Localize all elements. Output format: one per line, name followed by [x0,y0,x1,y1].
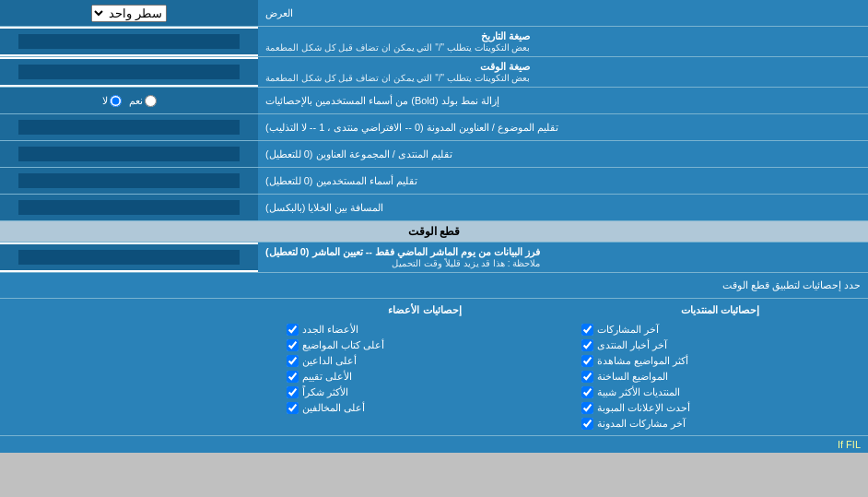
col2-checkbox-0[interactable] [287,324,299,336]
time-format-title: صيغة الوقت [265,61,530,73]
checkbox-item-7: آخر مشاركات المدونة [581,418,859,430]
time-format-input[interactable]: H:i [18,65,240,79]
bold-radio-yes[interactable] [145,95,157,107]
bold-title: إزالة نمط بولد (Bold) من أسماء المستخدمي… [265,95,499,107]
col1-item-1-label: آخر أخبار المنتدى [597,339,667,351]
member-checkbox-item-5: الأكثر شكراً [287,386,564,398]
forum-trim-input[interactable]: 33 [18,147,240,161]
col2-item-2-label: أعلى الداعين [302,355,357,367]
col1-checkbox-6[interactable] [581,418,593,430]
cell-spacing-label: المسافة بين الخلايا (بالبكسل) [258,195,868,220]
cutoff-label: فرز البيانات من يوم الماشر الماضي فقط --… [258,243,868,272]
forum-trim-input-wrap: 33 [0,141,258,167]
cutoff-main-label: فرز البيانات من يوم الماشر الماضي فقط --… [265,246,540,258]
col1-header-text: إحصائيات المنتديات [681,304,759,315]
checkbox-item-2: آخر أخبار المنتدى [581,339,859,351]
time-format-input-wrap: H:i [0,59,258,85]
cutoff-title: قطع الوقت [408,225,460,238]
username-trim-title: تقليم أسماء المستخدمين (0 للتعطيل) [265,175,417,187]
cell-spacing-title: المسافة بين الخلايا (بالبكسل) [265,202,384,214]
bold-radio-no[interactable] [110,95,122,107]
col1-item-2-label: أكثر المواضيع مشاهدة [597,355,688,367]
checkbox-item-5: المنتديات الأكثر شبية [581,386,859,398]
col1-item-6-label: آخر مشاركات المدونة [597,418,686,430]
date-format-input-wrap: d-m [0,29,258,54]
cell-spacing-input-wrap: 2 [0,195,258,220]
bold-yes-text: نعم [129,95,143,107]
limit-row: حدد إحصائيات لتطبيق قطع الوقت [0,273,868,299]
col2-header-text: إحصائيات الأعضاء [388,304,461,315]
col1-checkbox-1[interactable] [581,339,593,351]
bold-no-text: لا [102,95,108,107]
col1-item-3-label: المواضيع الساخنة [597,371,668,383]
col2-item-5-label: أعلى المخالفين [302,402,365,414]
col1-checkbox-0[interactable] [581,324,593,336]
col2-item-1-label: أعلى كتاب المواضيع [302,339,384,351]
member-stats-header: إحصائيات الأعضاء [287,304,564,316]
cell-spacing-input[interactable]: 2 [18,200,240,215]
limit-label-text: حدد إحصائيات لتطبيق قطع الوقت [722,279,861,290]
col2-checkbox-1[interactable] [287,339,299,351]
topic-trim-input-wrap: 33 [0,114,258,140]
time-format-label: صيغة الوقت بعض التكوينات يتطلب "/" التي … [258,57,868,87]
checkbox-item-1: آخر المشاركات [581,324,859,336]
bold-radio-wrap: نعم لا [0,88,258,113]
col2-item-3-label: الأعلى تقييم [302,371,352,383]
bold-radio-yes-label[interactable]: نعم [129,95,157,107]
col2-checkbox-4[interactable] [287,386,299,398]
select-container: سطر واحدسطرينثلاثة أسطر [0,0,258,26]
cutoff-input[interactable]: 0 [18,250,240,265]
filter-text: If FIL [838,439,861,450]
time-format-sublabel: بعض التكوينات يتطلب "/" التي يمكن ان تضا… [265,73,530,83]
forum-stats-col: إحصائيات المنتديات آخر المشاركات آخر أخب… [572,299,868,435]
member-checkbox-item-2: أعلى كتاب المواضيع [287,339,564,351]
bold-radio-no-label[interactable]: لا [102,95,122,107]
forum-stats-header: إحصائيات المنتديات [581,304,859,316]
checkboxes-section: إحصائيات المنتديات آخر المشاركات آخر أخب… [0,299,868,436]
forum-trim-title: تقليم المنتدى / المجموعة العناوين (0 للت… [265,148,452,160]
col1-checkbox-4[interactable] [581,386,593,398]
date-format-label: صيغة التاريخ بعض التكوينات يتطلب "/" الت… [258,27,868,56]
col1-item-4-label: المنتديات الأكثر شبية [597,386,680,398]
username-trim-input-wrap: 0 [0,168,258,194]
checkbox-item-6: أحدث الإعلانات المبوبة [581,402,859,414]
header-title: العرض [265,7,293,19]
col1-checkbox-5[interactable] [581,402,593,414]
col1-item-0-label: آخر المشاركات [597,324,659,336]
limit-label: حدد إحصائيات لتطبيق قطع الوقت [7,279,861,291]
member-checkbox-item-1: الأعضاء الجدد [287,324,564,336]
date-format-input[interactable]: d-m [18,34,240,49]
date-format-title: صيغة التاريخ [265,30,530,42]
username-trim-input[interactable]: 0 [18,173,240,188]
col2-checkbox-2[interactable] [287,355,299,367]
empty-col [0,299,277,435]
member-checkbox-item-6: أعلى المخالفين [287,402,564,414]
col2-checkbox-3[interactable] [287,371,299,383]
checkbox-item-4: المواضيع الساخنة [581,371,859,383]
date-format-sublabel: بعض التكوينات يتطلب "/" التي يمكن ان تضا… [265,42,530,53]
username-trim-label: تقليم أسماء المستخدمين (0 للتعطيل) [258,168,868,194]
bold-label: إزالة نمط بولد (Bold) من أسماء المستخدمي… [258,88,868,113]
forum-trim-label: تقليم المنتدى / المجموعة العناوين (0 للت… [258,141,868,167]
checkbox-item-3: أكثر المواضيع مشاهدة [581,355,859,367]
member-checkbox-item-3: أعلى الداعين [287,355,564,367]
col1-checkbox-3[interactable] [581,371,593,383]
member-stats-col: إحصائيات الأعضاء الأعضاء الجدد أعلى كتاب… [277,299,573,435]
cutoff-input-wrap: 0 [0,244,258,270]
display-select[interactable]: سطر واحدسطرينثلاثة أسطر [91,5,167,22]
topic-trim-input[interactable]: 33 [18,120,240,135]
col2-item-4-label: الأكثر شكراً [302,386,348,398]
topic-trim-title: تقليم الموضوع / العناوين المدونة (0 -- ا… [265,122,558,134]
cutoff-note: ملاحظة : هذا قد يزيد قليلاً وقت التحميل [265,258,540,268]
topic-trim-label: تقليم الموضوع / العناوين المدونة (0 -- ا… [258,114,868,140]
col1-item-5-label: أحدث الإعلانات المبوبة [597,402,690,414]
main-label: العرض [258,0,868,26]
col2-item-0-label: الأعضاء الجدد [302,324,358,336]
col1-checkbox-2[interactable] [581,355,593,367]
member-checkbox-item-4: الأعلى تقييم [287,371,564,383]
cutoff-section-header: قطع الوقت [0,221,868,243]
filter-note: If FIL [0,436,868,453]
col2-checkbox-5[interactable] [287,402,299,414]
